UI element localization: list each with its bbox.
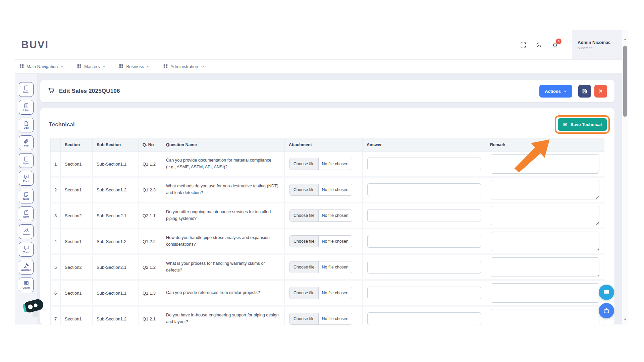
- sidebar-item-claim[interactable]: Claim: [19, 278, 34, 292]
- chat-icon: [23, 245, 29, 251]
- gavel-icon: [23, 263, 29, 268]
- tag-icon: [23, 209, 29, 215]
- sidebar-item-sum[interactable]: Sum: [19, 206, 34, 221]
- actions-button-label: Actions: [545, 89, 561, 94]
- cell-question-no: Q1.2.2: [139, 229, 162, 253]
- file-input[interactable]: Choose file No file chosen: [289, 235, 352, 247]
- choose-file-button[interactable]: Choose file: [290, 158, 319, 170]
- file-input[interactable]: Choose file No file chosen: [289, 287, 352, 299]
- close-button[interactable]: ✕: [594, 85, 607, 98]
- page-title: Edit Sales 2025QU106: [59, 88, 120, 95]
- row-number: 5: [51, 255, 61, 279]
- file-input[interactable]: Choose file No file chosen: [289, 209, 352, 222]
- cell-section: Section1: [61, 152, 93, 176]
- sidebar-item-team[interactable]: Team: [19, 224, 34, 239]
- answer-input[interactable]: [367, 158, 481, 170]
- note-icon: [23, 192, 29, 197]
- remark-textarea[interactable]: [491, 154, 599, 174]
- cell-question-name: How do you handle pipe stress analysis a…: [162, 229, 285, 253]
- dark-mode-moon-icon[interactable]: [536, 42, 542, 48]
- choose-file-button[interactable]: Choose file: [290, 184, 319, 195]
- cell-question-no: Q1.2.1: [139, 307, 162, 325]
- cell-sub-section: Sub-Section1.2: [93, 307, 139, 325]
- sidebar-item-label: Main: [23, 91, 29, 94]
- choose-file-button[interactable]: Choose file: [290, 236, 319, 247]
- content-area: Main Line Doc File: [15, 74, 628, 324]
- fullscreen-icon[interactable]: [520, 42, 527, 48]
- sidebar-item-feed[interactable]: Feed: [19, 171, 34, 186]
- section-title: Technical: [49, 121, 75, 128]
- app-window: BUVI 4: [15, 30, 628, 324]
- nav-item-label: Business: [126, 64, 144, 69]
- user-menu[interactable]: Admin Nicomac Nicomac: [572, 30, 622, 59]
- chat-fab[interactable]: [599, 285, 614, 300]
- file-input[interactable]: Choose file No file chosen: [289, 261, 352, 273]
- brand-logo: BUVI: [21, 39, 49, 51]
- sidebar-item-line[interactable]: Line: [19, 100, 34, 115]
- sidebar-item-file[interactable]: File: [19, 135, 34, 150]
- assistant-robot-fab[interactable]: [599, 303, 614, 318]
- choose-file-button[interactable]: Choose file: [290, 313, 319, 324]
- remark-textarea[interactable]: [491, 257, 599, 277]
- answer-input[interactable]: [367, 287, 481, 299]
- sidebar-item-spec[interactable]: Spec: [19, 153, 34, 168]
- scroll-down-arrow-icon[interactable]: ▼: [622, 318, 628, 321]
- cell-question-no: Q1.2.3: [139, 178, 162, 202]
- cell-remark: [486, 152, 604, 176]
- save-button[interactable]: [578, 85, 591, 98]
- choose-file-button[interactable]: Choose file: [290, 210, 319, 221]
- row-number: 4: [51, 229, 61, 253]
- nav-item-administration[interactable]: Administration: [163, 64, 204, 70]
- notifications-bell-icon[interactable]: 4: [551, 41, 558, 48]
- answer-input[interactable]: [367, 312, 481, 325]
- team-icon: [23, 227, 29, 233]
- nav-item-main-navigation[interactable]: Main Navigation: [19, 64, 64, 70]
- row-number: 1: [51, 152, 61, 176]
- sidebar-item-tech[interactable]: Tech: [19, 242, 34, 257]
- cell-remark: [486, 255, 604, 279]
- cell-answer: [363, 255, 486, 279]
- screenshot-canvas: BUVI 4: [0, 0, 644, 362]
- answer-input[interactable]: [367, 209, 481, 222]
- nav-item-business[interactable]: Business: [119, 64, 150, 70]
- actions-button[interactable]: Actions: [539, 85, 572, 98]
- choose-file-button[interactable]: Choose file: [290, 261, 319, 273]
- file-status-text: No file chosen: [319, 158, 352, 170]
- nav-item-masters[interactable]: Masters: [77, 64, 106, 70]
- vertical-scrollbar[interactable]: ▲ ▼: [622, 30, 628, 324]
- page-header-actions: Actions ✕: [539, 85, 607, 98]
- answer-input[interactable]: [367, 261, 481, 274]
- cell-answer: [363, 229, 486, 253]
- table-row: 1 Section1 Sub-Section1.1 Q1.1.2 Can you…: [51, 152, 604, 176]
- file-input[interactable]: Choose file No file chosen: [289, 158, 352, 170]
- scrollbar-thumb[interactable]: [623, 46, 627, 117]
- remark-textarea[interactable]: [491, 206, 599, 225]
- remark-textarea[interactable]: [491, 283, 599, 303]
- sidebar-item-main[interactable]: Main: [19, 82, 34, 97]
- sidebar-item-note[interactable]: Note: [19, 189, 34, 203]
- answer-input[interactable]: [367, 235, 481, 248]
- cell-answer: [363, 152, 486, 176]
- file-input[interactable]: Choose file No file chosen: [289, 184, 352, 196]
- cell-answer: [363, 281, 486, 305]
- remark-textarea[interactable]: [491, 232, 599, 251]
- sidebar-item-doc[interactable]: Doc: [19, 118, 34, 132]
- answer-input[interactable]: [367, 183, 481, 196]
- cart-icon: [48, 87, 55, 96]
- cell-remark: [486, 229, 604, 253]
- cell-question-no: Q1.1.2: [139, 152, 162, 176]
- cell-remark: [486, 178, 604, 202]
- file-status-text: No file chosen: [319, 184, 352, 195]
- scroll-up-arrow-icon[interactable]: ▲: [622, 38, 628, 41]
- sidebar-item-label: Claim: [22, 287, 30, 289]
- technical-header: Technical Save Technical: [40, 115, 614, 134]
- table-body: 1 Section1 Sub-Section1.1 Q1.1.2 Can you…: [50, 152, 604, 325]
- remark-textarea[interactable]: [491, 309, 599, 325]
- paperclip-icon: [23, 138, 29, 144]
- nav-item-label: Main Navigation: [26, 64, 58, 69]
- file-input[interactable]: Choose file No file chosen: [289, 313, 352, 325]
- sidebar-item-auction[interactable]: Auction: [19, 260, 34, 275]
- choose-file-button[interactable]: Choose file: [290, 287, 319, 299]
- remark-textarea[interactable]: [491, 180, 599, 199]
- save-technical-button[interactable]: Save Technical: [558, 118, 607, 131]
